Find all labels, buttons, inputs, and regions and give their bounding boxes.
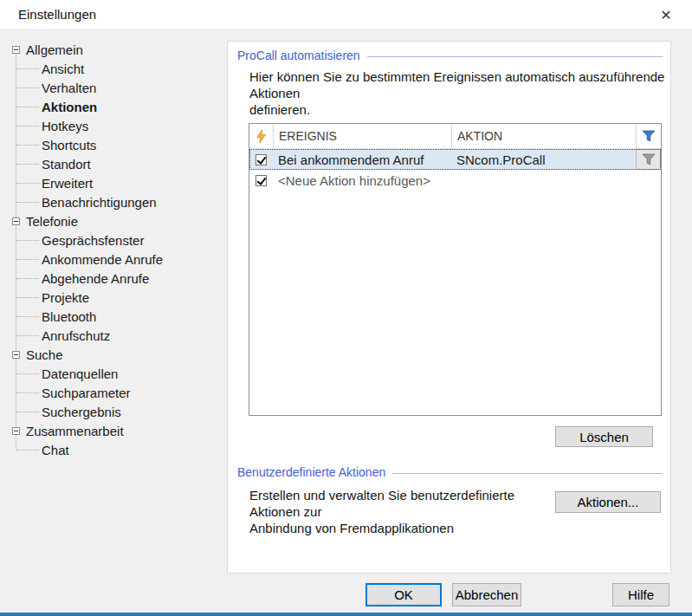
column-header-ereignis[interactable]: EREIGNIS (273, 124, 451, 148)
actions-table: EREIGNIS AKTION Bei ankommendem Anruf SN… (249, 123, 662, 416)
table-row-new-action[interactable]: <Neue Aktion hinzufügen> (249, 170, 661, 191)
tree-item-benachrichtigungen[interactable]: Benachrichtigungen (0, 192, 223, 211)
tree-item-aktionen[interactable]: Aktionen (0, 97, 223, 116)
tree-stub (16, 259, 39, 260)
collapse-minus-icon[interactable] (12, 217, 20, 225)
tree-group-telefonie[interactable]: Telefonie (0, 211, 223, 230)
tree-item-label: Standort (42, 157, 91, 172)
tree-stub (16, 164, 39, 165)
tree-item-suchergebnis[interactable]: Suchergebnis (0, 402, 223, 421)
group-title: Benutzerdefinierte Aktionen (237, 465, 385, 479)
tree-stub (16, 316, 39, 317)
tree-item-label: Suchparameter (42, 386, 131, 400)
description-line: Hier können Sie zu bestimmten Ereignisse… (249, 68, 670, 101)
group-divider-line (392, 473, 663, 474)
tree-item-label: Suchergebnis (42, 405, 121, 419)
filter-funnel-icon[interactable] (636, 149, 661, 170)
tree-item-erweitert[interactable]: Erweitert (0, 173, 223, 192)
collapse-minus-icon[interactable] (12, 427, 20, 435)
close-icon[interactable]: ✕ (652, 4, 680, 25)
checkbox-checked[interactable] (255, 154, 267, 165)
settings-tree: Allgemein Ansicht Verhalten Aktionen Hot… (0, 40, 223, 459)
tree-group-allgemein[interactable]: Allgemein (0, 40, 223, 59)
tree-group-label: Zusammenarbeit (26, 424, 124, 438)
description-line: Anbindung von Fremdapplikationen (249, 520, 561, 536)
tree-item-label: Ankommende Anrufe (42, 252, 163, 267)
tree-item-datenquellen[interactable]: Datenquellen (0, 364, 223, 383)
tree-item-label: Abgehende Anrufe (42, 271, 149, 286)
title-bar: Einstellungen ✕ (0, 0, 692, 29)
tree-stub (16, 107, 39, 107)
tree-stub (16, 88, 39, 88)
collapse-minus-icon[interactable] (12, 351, 20, 359)
tree-item-standort[interactable]: Standort (0, 154, 223, 173)
tree-group-label: Telefonie (26, 214, 78, 229)
tree-stub (16, 68, 39, 69)
column-header-aktion[interactable]: AKTION (451, 124, 636, 148)
tree-item-bluetooth[interactable]: Bluetooth (0, 307, 223, 326)
checkbox-checked[interactable] (255, 175, 267, 186)
tree-stub (16, 335, 39, 336)
content-panel: ProCall automatisieren Hier können Sie z… (227, 41, 671, 574)
row-checkbox-cell (249, 149, 273, 170)
tree-item-label: Projekte (42, 290, 89, 305)
group-divider-line (367, 56, 663, 57)
description-line: definieren. (249, 101, 670, 118)
tree-stub (16, 145, 39, 146)
tree-group-zusammenarbeit[interactable]: Zusammenarbeit (0, 421, 223, 440)
group-description: Hier können Sie zu bestimmten Ereignisse… (249, 68, 670, 118)
collapse-minus-icon[interactable] (12, 46, 20, 54)
tree-stub (16, 240, 39, 241)
tree-item-label: Ansicht (42, 62, 84, 76)
table-header-row: EREIGNIS AKTION (249, 124, 661, 149)
tree-item-label: Verhalten (42, 81, 96, 95)
filter-funnel-icon[interactable] (636, 124, 661, 148)
description-line: Erstellen und verwalten Sie benutzerdefi… (249, 487, 561, 520)
tree-stub (16, 412, 39, 412)
lightning-icon (249, 124, 273, 148)
cancel-button[interactable]: Abbrechen (452, 583, 521, 606)
tree-item-projekte[interactable]: Projekte (0, 288, 223, 307)
tree-item-label: Aktionen (42, 100, 97, 114)
tree-item-ansicht[interactable]: Ansicht (0, 59, 223, 78)
cell-aktion: SNcom.ProCall (451, 149, 636, 170)
tree-item-label: Hotkeys (42, 119, 88, 133)
tree-item-label: Erweitert (42, 176, 93, 191)
tree-stub (16, 297, 39, 298)
window-title: Einstellungen (18, 7, 96, 22)
tree-item-hotkeys[interactable]: Hotkeys (0, 116, 223, 135)
actions-button[interactable]: Aktionen... (555, 491, 661, 513)
cell-new-action: <Neue Aktion hinzufügen> (273, 170, 661, 191)
tree-item-verhalten[interactable]: Verhalten (0, 78, 223, 97)
delete-button[interactable]: Löschen (555, 426, 653, 447)
tree-item-label: Benachrichtigungen (42, 195, 157, 210)
tree-item-label: Chat (42, 443, 69, 457)
table-row[interactable]: Bei ankommendem Anruf SNcom.ProCall (249, 149, 661, 170)
group-title: ProCall automatisieren (237, 49, 360, 62)
tree-stub (16, 202, 39, 203)
tree-item-label: Anrufschutz (42, 328, 110, 343)
settings-dialog: Einstellungen ✕ Allgemein Ansicht Verhal… (0, 0, 692, 616)
tree-item-abgehende-anrufe[interactable]: Abgehende Anrufe (0, 269, 223, 288)
tree-stub (16, 373, 39, 374)
tree-item-shortcuts[interactable]: Shortcuts (0, 135, 223, 154)
tree-item-anrufschutz[interactable]: Anrufschutz (0, 326, 223, 345)
tree-stub (16, 183, 39, 184)
tree-item-gespraechsfenster[interactable]: Gesprächsfenster (0, 230, 223, 250)
row-checkbox-cell (249, 170, 273, 191)
help-button[interactable]: Hilfe (612, 583, 669, 606)
tree-stub (16, 450, 39, 451)
tree-item-label: Gesprächsfenster (42, 233, 144, 248)
tree-item-chat[interactable]: Chat (0, 440, 223, 459)
tree-stub (16, 392, 39, 393)
tree-group-label: Allgemein (26, 42, 83, 57)
tree-group-label: Suche (26, 347, 63, 362)
ok-button[interactable]: OK (365, 583, 442, 606)
tree-group-suche[interactable]: Suche (0, 345, 223, 364)
cell-ereignis: Bei ankommendem Anruf (273, 149, 451, 170)
tree-item-suchparameter[interactable]: Suchparameter (0, 383, 223, 402)
tree-item-ankommende-anrufe[interactable]: Ankommende Anrufe (0, 250, 223, 269)
tree-stub (16, 278, 39, 279)
group-description: Erstellen und verwalten Sie benutzerdefi… (249, 487, 561, 536)
tree-stub (16, 126, 39, 126)
